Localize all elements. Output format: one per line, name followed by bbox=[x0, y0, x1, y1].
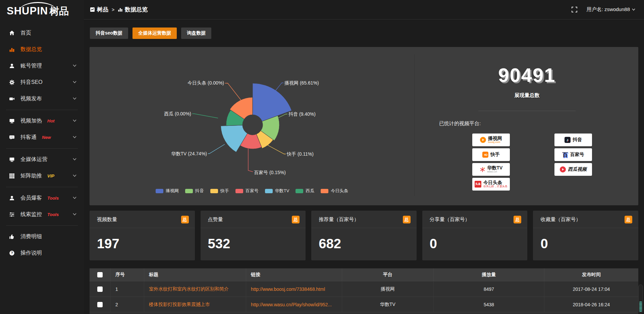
sidebar-item-badge: Tools bbox=[47, 212, 59, 217]
legend-item-抖音[interactable]: 抖音 bbox=[185, 188, 204, 194]
grid-icon bbox=[9, 173, 15, 179]
total-badge: 总 bbox=[292, 216, 300, 223]
sidebar-divider bbox=[6, 148, 78, 149]
chevron-down-icon bbox=[73, 136, 76, 139]
stat-card-label: 点赞量 bbox=[208, 216, 223, 223]
sidebar-item-badge: VIP bbox=[47, 173, 54, 178]
total-badge: 总 bbox=[403, 216, 411, 223]
stat-card-header: 视频数量总 bbox=[90, 211, 195, 228]
row-checkbox[interactable] bbox=[97, 286, 103, 292]
topbar-right: 用户名: zswodun88 bbox=[572, 6, 635, 13]
select-all-checkbox[interactable] bbox=[97, 272, 103, 277]
pie-slice-播视网[interactable] bbox=[253, 83, 292, 121]
sidebar-item-douyin-seo[interactable]: 抖音SEO bbox=[0, 74, 84, 91]
report-icon bbox=[90, 7, 95, 12]
platform-badge-kuaishou: 快手 bbox=[472, 148, 510, 161]
header-num: 序号 bbox=[110, 268, 144, 281]
total-impressions-label: 展现量总数 bbox=[415, 92, 639, 99]
chevron-down-icon bbox=[73, 174, 76, 177]
chevron-down-icon bbox=[73, 81, 76, 84]
pie-label-西瓜: 西瓜 (0.00%) bbox=[164, 111, 191, 116]
legend-label: 抖音 bbox=[195, 188, 204, 194]
pie-chart: 播视网 (65.61%)抖音 (9.40%)快手 (0.11%)百家号 (0.1… bbox=[90, 47, 414, 205]
wasu-star-icon bbox=[480, 167, 485, 172]
sidebar-item-label: 抖音SEO bbox=[20, 79, 43, 86]
breadcrumb: 树品 > 数据总览 bbox=[90, 6, 148, 13]
row-url-link[interactable]: http://www.boosj.com/7338468.html bbox=[246, 281, 342, 297]
main-content: 树品 > 数据总览 用户名: zswodun88 抖音seo数据全媒体运营数据询… bbox=[84, 0, 644, 314]
sidebar-item-video-heat[interactable]: 视频加热Hot bbox=[0, 113, 84, 129]
fullscreen-icon[interactable] bbox=[572, 7, 577, 12]
breadcrumb-root[interactable]: 树品 bbox=[90, 6, 108, 13]
scrollbar-thumb[interactable] bbox=[639, 302, 642, 312]
chevron-down-icon bbox=[73, 197, 76, 199]
tab-douyin-seo-data[interactable]: 抖音seo数据 bbox=[90, 28, 128, 39]
sidebar-item-badge: Hot bbox=[47, 118, 55, 123]
user-menu[interactable]: 用户名: zswodun88 bbox=[587, 6, 635, 13]
sidebar-item-data-overview[interactable]: 数据总览 bbox=[0, 41, 84, 58]
sidebar-item-account-manage[interactable]: 账号管理 bbox=[0, 58, 84, 74]
table-row: 2楼体投影灯投影效果震撼上市http://www.wasu.cn/Play/sh… bbox=[90, 297, 638, 312]
stat-card-header: 推荐量（百家号）总 bbox=[311, 211, 417, 228]
chat-icon bbox=[9, 135, 15, 140]
monitor-icon bbox=[9, 118, 15, 124]
chevron-down-icon bbox=[73, 213, 76, 216]
tab-media-operation-data[interactable]: 全媒体运营数据 bbox=[132, 28, 177, 39]
videos-table: 序号标题链接平台播放量发布时间1室外水纹灯和室内水纹灯的区别和简介http://… bbox=[90, 268, 638, 314]
sidebar-item-member-baoke[interactable]: 会员爆客Tools bbox=[0, 190, 84, 206]
row-url-link[interactable]: http://www.wasu.cn/Play/show/id/952... bbox=[246, 297, 342, 312]
chevron-down-icon bbox=[73, 64, 76, 67]
pie-leader-line bbox=[208, 144, 225, 154]
legend-item-百家号[interactable]: 百家号 bbox=[235, 188, 259, 194]
legend-item-华数TV[interactable]: 华数TV bbox=[265, 188, 289, 194]
sliders-icon bbox=[9, 212, 15, 217]
platform-badge-toutiao: 头条今日头条你关心的，才是头条 bbox=[472, 178, 510, 191]
sidebar-item-media-operation[interactable]: 全媒体运营 bbox=[0, 151, 84, 168]
row-platform: 播视网 bbox=[342, 281, 433, 297]
stat-card-header: 收藏量（百家号）总 bbox=[533, 211, 638, 228]
sidebar-item-video-publish[interactable]: 视频发布 bbox=[0, 91, 84, 107]
stat-card-label: 收藏量（百家号） bbox=[540, 216, 581, 223]
logo-arc-decoration bbox=[19, 2, 56, 11]
sidebar-item-clue-monitor[interactable]: 线索监控Tools bbox=[0, 206, 84, 223]
legend-swatch bbox=[265, 189, 273, 193]
scrollbar-track[interactable] bbox=[638, 284, 643, 313]
sidebar-item-help[interactable]: ?操作说明 bbox=[0, 245, 84, 261]
legend-item-西瓜[interactable]: 西瓜 bbox=[296, 188, 314, 194]
legend-item-播视网[interactable]: 播视网 bbox=[156, 188, 179, 194]
legend-label: 西瓜 bbox=[306, 188, 314, 194]
header-plays: 播放量 bbox=[433, 268, 544, 281]
pie-slice-华数TV[interactable] bbox=[221, 125, 247, 152]
sidebar-item-label: 首页 bbox=[20, 30, 31, 37]
legend-swatch bbox=[296, 189, 303, 193]
legend-label: 今日头条 bbox=[331, 188, 348, 194]
platforms-title: 已统计的视频平台: bbox=[439, 120, 639, 127]
stat-card-value: 197 bbox=[90, 228, 195, 259]
total-badge: 总 bbox=[514, 216, 521, 223]
sidebar-item-home[interactable]: 首页 bbox=[0, 25, 84, 41]
pie-leader-line bbox=[248, 149, 253, 172]
rose-chart-svg: 播视网 (65.61%)抖音 (9.40%)快手 (0.11%)百家号 (0.1… bbox=[90, 47, 414, 205]
row-title-link[interactable]: 室外水纹灯和室内水纹灯的区别和简介 bbox=[144, 281, 246, 297]
sidebar-item-label: 数据总览 bbox=[20, 46, 42, 53]
total-impressions-value: 90491 bbox=[415, 64, 639, 86]
stat-card-value: 532 bbox=[201, 228, 306, 259]
sidebar-item-consume-detail[interactable]: 消费明细 bbox=[0, 228, 84, 245]
row-title-link[interactable]: 楼体投影灯投影效果震撼上市 bbox=[144, 297, 246, 312]
sidebar-item-doukertong[interactable]: 抖客通New bbox=[0, 129, 84, 146]
stat-card-like-count: 点赞量总532 bbox=[201, 211, 306, 260]
sidebar-item-label: 抖客通 bbox=[20, 134, 37, 141]
video-icon bbox=[9, 96, 15, 102]
bar-chart-icon bbox=[118, 7, 123, 12]
tab-inquiry-data[interactable]: 询盘数据 bbox=[181, 28, 211, 39]
breadcrumb-current[interactable]: 数据总览 bbox=[118, 6, 148, 13]
sidebar-item-matrix-boost[interactable]: 矩阵助推VIP bbox=[0, 168, 84, 184]
legend-item-今日头条[interactable]: 今日头条 bbox=[321, 188, 348, 194]
row-checkbox[interactable] bbox=[97, 302, 103, 307]
platform-badge-douyin: ♪抖音 bbox=[554, 134, 592, 146]
pie-label-百家号: 百家号 (0.15%) bbox=[254, 170, 286, 175]
row-select-cell bbox=[90, 281, 110, 297]
sidebar-item-label: 账号管理 bbox=[20, 62, 42, 69]
legend-item-快手[interactable]: 快手 bbox=[210, 188, 229, 194]
chevron-down-icon bbox=[73, 97, 76, 100]
